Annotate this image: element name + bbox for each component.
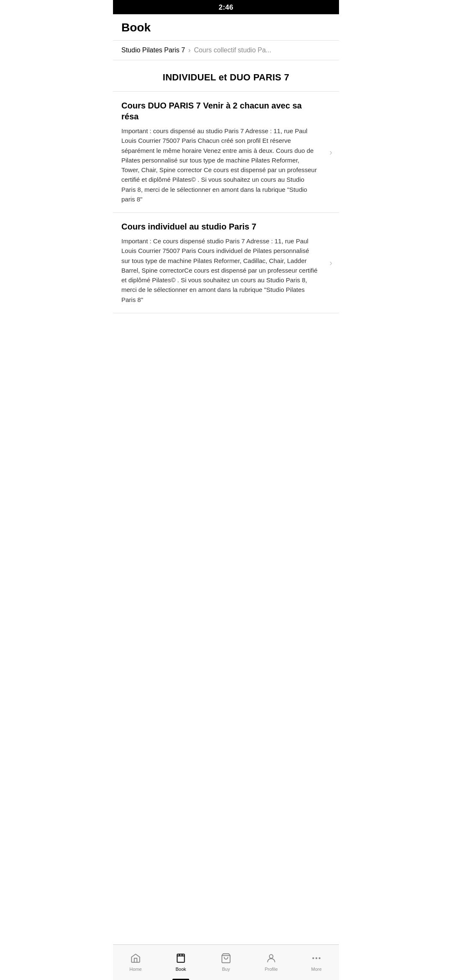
svg-point-3 bbox=[312, 957, 314, 959]
bottom-nav: Home Book Buy bbox=[113, 944, 339, 980]
nav-label-profile: Profile bbox=[265, 967, 277, 972]
course-list: Cours DUO PARIS 7 Venir à 2 chacun avec … bbox=[113, 91, 339, 313]
nav-item-buy[interactable]: Buy bbox=[203, 945, 249, 980]
nav-item-book[interactable]: Book bbox=[158, 945, 203, 980]
chevron-right-icon-2: › bbox=[329, 258, 332, 268]
more-icon bbox=[311, 952, 322, 964]
nav-item-more[interactable]: More bbox=[294, 945, 339, 980]
breadcrumb[interactable]: Studio Pilates Paris 7 › Cours collectif… bbox=[113, 41, 339, 60]
chevron-right-icon-1: › bbox=[329, 147, 332, 157]
header: Book bbox=[113, 14, 339, 41]
svg-rect-0 bbox=[177, 954, 184, 962]
breadcrumb-item-2[interactable]: Cours collectif studio Pa... bbox=[194, 46, 271, 54]
buy-icon bbox=[220, 952, 232, 964]
breadcrumb-item-1[interactable]: Studio Pilates Paris 7 bbox=[121, 46, 185, 54]
course-description-2: Important : Ce cours dispensé studio Par… bbox=[121, 236, 319, 304]
status-time: 2:46 bbox=[218, 3, 233, 11]
course-description-1: Important : cours dispensé au studio Par… bbox=[121, 126, 319, 204]
book-icon bbox=[175, 952, 187, 964]
nav-label-buy: Buy bbox=[222, 967, 230, 972]
section-title: INDIVIDUEL et DUO PARIS 7 bbox=[113, 60, 339, 91]
home-icon bbox=[130, 952, 141, 964]
nav-label-home: Home bbox=[129, 967, 141, 972]
nav-label-book: Book bbox=[175, 967, 186, 972]
status-bar: 2:46 bbox=[113, 0, 339, 14]
svg-point-2 bbox=[270, 954, 273, 958]
breadcrumb-separator: › bbox=[188, 46, 190, 54]
course-item-1[interactable]: Cours DUO PARIS 7 Venir à 2 chacun avec … bbox=[113, 92, 339, 213]
main-content: INDIVIDUEL et DUO PARIS 7 Cours DUO PARI… bbox=[113, 60, 339, 355]
nav-item-profile[interactable]: Profile bbox=[249, 945, 294, 980]
page-title: Book bbox=[121, 21, 331, 34]
profile-icon bbox=[265, 952, 277, 964]
svg-point-4 bbox=[316, 957, 317, 959]
nav-label-more: More bbox=[311, 967, 321, 972]
course-title-2: Cours individuel au studio Paris 7 bbox=[121, 221, 319, 232]
course-item-2[interactable]: Cours individuel au studio Paris 7 Impor… bbox=[113, 213, 339, 313]
course-title-1: Cours DUO PARIS 7 Venir à 2 chacun avec … bbox=[121, 100, 319, 122]
svg-point-5 bbox=[318, 957, 320, 959]
nav-item-home[interactable]: Home bbox=[113, 945, 158, 980]
